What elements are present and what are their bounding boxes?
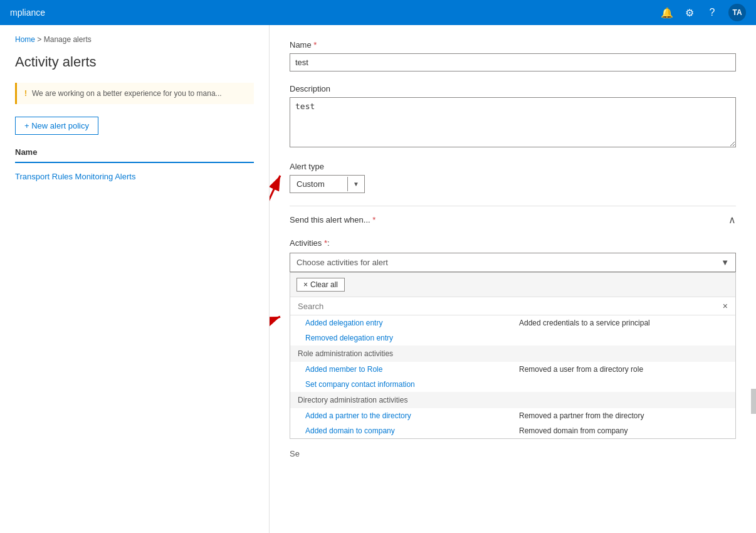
send-required: * (370, 215, 376, 224)
activities-chevron-icon: ▼ (721, 258, 729, 267)
page-title: Activity alerts (15, 54, 254, 70)
list-item[interactable]: Added delegation entry Added credentials… (290, 315, 735, 330)
send-section-partial: Se (290, 439, 736, 458)
alert-type-select[interactable]: Custom ▼ (290, 175, 365, 193)
item-right (514, 380, 728, 389)
breadcrumb-home[interactable]: Home (15, 35, 35, 44)
breadcrumb-separator: > (37, 35, 41, 44)
activities-required: * (322, 238, 327, 248)
app-title: mpliance (10, 8, 45, 18)
activities-section: Activities *: Choose activities for aler… (290, 238, 736, 439)
exclaim-icon: ! (24, 89, 27, 98)
name-required: * (312, 40, 317, 50)
search-bar: × (290, 297, 735, 315)
search-close-icon[interactable]: × (720, 300, 730, 312)
main-layout: Home > Manage alerts Activity alerts ! W… (0, 25, 756, 533)
alert-type-chevron-icon[interactable]: ▼ (347, 177, 364, 191)
dropdown-list: Added delegation entry Added credentials… (290, 315, 735, 438)
list-item[interactable]: Set company contact information (290, 377, 735, 392)
item-left: Added domain to company (305, 426, 514, 435)
help-icon[interactable]: ? (706, 6, 718, 19)
item-left: Removed delegation entry (305, 334, 514, 342)
activities-dropdown-panel: × Clear all × Added delegation entry Add… (290, 272, 736, 439)
clear-all-bar: × Clear all (290, 273, 735, 297)
alert-type-group: Alert type Custom ▼ (290, 162, 736, 193)
send-alert-section-title: Send this alert when... * (290, 215, 375, 224)
alert-type-value: Custom (290, 176, 347, 193)
scrollbar[interactable] (751, 389, 756, 414)
info-banner: ! We are working on a better experience … (15, 83, 254, 104)
avatar[interactable]: TA (728, 4, 746, 21)
item-right: Removed domain from company (514, 426, 728, 435)
name-label: Name * (290, 40, 736, 50)
item-left: Added delegation entry (305, 319, 514, 327)
collapse-icon[interactable]: ∧ (728, 214, 736, 226)
clear-all-x-icon: × (303, 280, 308, 289)
breadcrumb: Home > Manage alerts (15, 35, 254, 44)
new-alert-button[interactable]: + New alert policy (15, 117, 98, 135)
activities-label: Activities *: (290, 238, 736, 248)
item-right: Removed a user from a directory role (514, 365, 728, 374)
description-label: Description (290, 84, 736, 93)
name-input[interactable] (290, 53, 736, 71)
table-row[interactable]: Transport Rules Monitoring Alerts (15, 168, 254, 185)
name-group: Name * (290, 40, 736, 71)
item-left: Added member to Role (305, 365, 514, 374)
info-banner-text: We are working on a better experience fo… (32, 89, 222, 98)
item-left: Set company contact information (305, 380, 514, 389)
breadcrumb-current: Manage alerts (44, 35, 92, 44)
item-right: Removed a partner from the directory (514, 411, 728, 420)
list-item[interactable]: Removed delegation entry (290, 330, 735, 346)
bell-icon[interactable]: 🔔 (661, 6, 673, 19)
activities-search-input[interactable] (295, 300, 720, 312)
list-item[interactable]: Added domain to company Removed domain f… (290, 423, 735, 438)
left-panel: Home > Manage alerts Activity alerts ! W… (0, 25, 270, 533)
gear-icon[interactable]: ⚙ (683, 6, 696, 19)
svg-line-1 (270, 176, 280, 332)
list-item[interactable]: Added a partner to the directory Removed… (290, 408, 735, 423)
activities-dropdown-trigger[interactable]: Choose activities for alert ▼ (290, 253, 736, 272)
clear-all-button[interactable]: × Clear all (297, 278, 345, 292)
dropdown-category: Directory administration activities (290, 392, 735, 408)
description-group: Description test (290, 84, 736, 149)
item-right: Added credentials to a service principal (514, 319, 728, 327)
nav-icons: 🔔 ⚙ ? TA (661, 4, 746, 21)
item-right (514, 334, 728, 342)
top-nav: mpliance 🔔 ⚙ ? TA (0, 0, 756, 25)
send-alert-section-header: Send this alert when... * ∧ (290, 206, 736, 231)
activities-placeholder: Choose activities for alert (297, 258, 388, 267)
dropdown-category: Role administration activities (290, 346, 735, 362)
right-panel: Name * Description test Alert type Custo… (270, 25, 756, 533)
item-left: Added a partner to the directory (305, 411, 514, 420)
description-input[interactable]: test (290, 97, 736, 147)
alert-type-label: Alert type (290, 162, 736, 171)
table-header: Name (15, 147, 254, 163)
svg-line-2 (270, 317, 280, 345)
list-item[interactable]: Added member to Role Removed a user from… (290, 362, 735, 377)
